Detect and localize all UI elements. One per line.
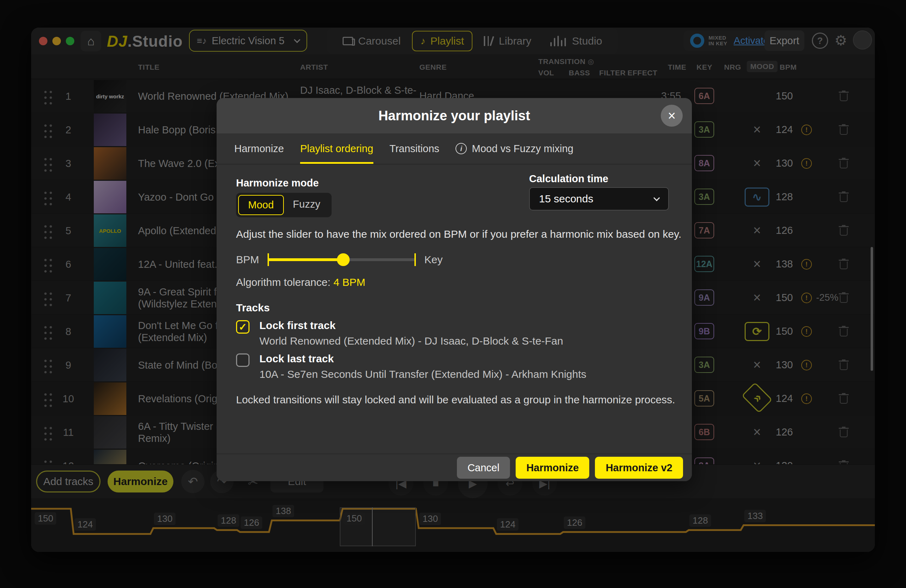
desktop: ⌂ DJ.Studio ≡♪ Electric Vision 5 Carouse… — [0, 0, 906, 588]
calculation-time-select[interactable]: 15 seconds — [529, 187, 669, 210]
checkmark-icon: ✓ — [239, 321, 247, 333]
tolerance-value: 4 BPM — [333, 276, 365, 288]
lock-last-track-checkbox[interactable] — [236, 354, 249, 367]
dialog-header: Harmonize your playlist × — [217, 98, 692, 133]
lock-first-track-checkbox[interactable]: ✓ — [236, 320, 249, 334]
dialog-footer: Cancel Harmonize Harmonize v2 — [217, 454, 692, 481]
slider-bpm-label: BPM — [236, 254, 259, 266]
mode-option-mood[interactable]: Mood — [238, 195, 284, 215]
harmonize-mode-label: Harmonize mode — [236, 177, 319, 189]
tracks-section-label: Tracks — [236, 302, 270, 314]
lock-last-track-description: 10A - Se7en Seconds Until Transfer (Exte… — [259, 368, 586, 380]
dialog-tabs: Harmonize Playlist ordering Transitions … — [217, 133, 692, 164]
tab-transitions[interactable]: Transitions — [390, 133, 440, 164]
close-dialog-button[interactable]: × — [661, 105, 683, 127]
dialog-body: Harmonize mode Mood Fuzzy Adjust the sli… — [217, 164, 692, 481]
lock-first-track-row: ✓ Lock first track World Renowned (Exten… — [236, 319, 563, 347]
lock-first-track-label: Lock first track — [259, 319, 563, 331]
slider-thumb[interactable] — [337, 253, 350, 266]
tab-mood-vs-fuzzy[interactable]: i Mood vs Fuzzy mixing — [456, 133, 573, 164]
slider-fill — [268, 258, 343, 261]
harmonize-button[interactable]: Harmonize — [516, 457, 589, 479]
bpm-key-slider[interactable] — [268, 258, 415, 261]
tab-label: Harmonize — [234, 143, 284, 155]
mode-option-fuzzy[interactable]: Fuzzy — [284, 195, 330, 215]
tab-label: Mood vs Fuzzy mixing — [472, 143, 573, 155]
dialog-title: Harmonize your playlist — [217, 98, 692, 133]
locked-transitions-note: Locked transitions will stay locked and … — [236, 394, 675, 406]
cancel-button[interactable]: Cancel — [457, 457, 510, 479]
slider-left-tick — [268, 253, 269, 266]
chevron-down-icon — [653, 194, 660, 201]
tab-label: Transitions — [390, 143, 440, 155]
harmonize-dialog: Harmonize your playlist × Harmonize Play… — [217, 98, 692, 481]
app-window: ⌂ DJ.Studio ≡♪ Electric Vision 5 Carouse… — [31, 28, 875, 552]
lock-last-track-row: Lock last track 10A - Se7en Seconds Unti… — [236, 353, 586, 380]
tab-harmonize[interactable]: Harmonize — [234, 133, 284, 164]
mode-segmented-control: Mood Fuzzy — [236, 193, 332, 217]
close-icon: × — [668, 108, 676, 123]
slider-key-label: Key — [424, 254, 443, 266]
lock-last-track-label: Lock last track — [259, 353, 586, 365]
algorithm-tolerance: Algorithm tolerance: 4 BPM — [236, 276, 365, 288]
info-icon: i — [456, 143, 467, 154]
bpm-key-slider-row: BPM Key — [236, 254, 443, 266]
slider-right-tick — [415, 253, 416, 266]
lock-first-track-description: World Renowned (Extended Mix) - DJ Isaac… — [259, 335, 563, 347]
calculation-time-value: 15 seconds — [539, 193, 654, 205]
calculation-time-label: Calculation time — [529, 173, 608, 185]
tab-label: Playlist ordering — [300, 143, 373, 155]
harmonize-v2-button[interactable]: Harmonize v2 — [595, 457, 683, 479]
slider-description: Adjust the slider to have the mix ordere… — [236, 228, 681, 240]
tab-playlist-ordering[interactable]: Playlist ordering — [300, 133, 373, 164]
